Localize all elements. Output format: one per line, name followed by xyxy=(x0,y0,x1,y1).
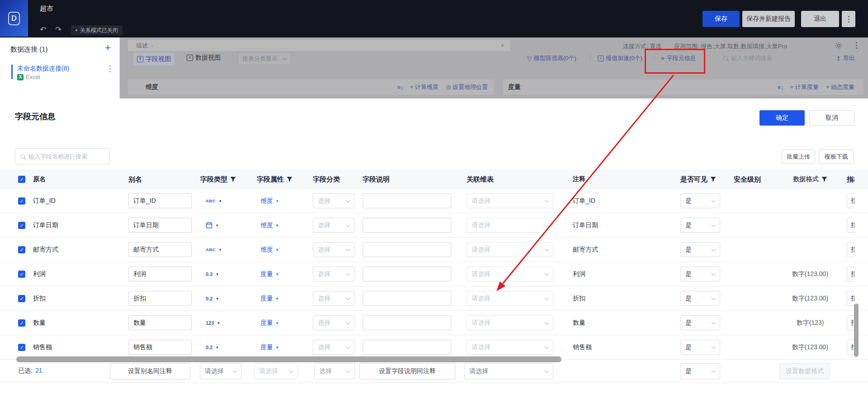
model-filter-button[interactable]: ▽ 模型筛选器(0个) xyxy=(527,54,576,62)
template-download-button[interactable]: 模板下载 xyxy=(819,150,854,164)
add-connection-button[interactable]: + xyxy=(105,42,111,54)
connection-menu-button[interactable] xyxy=(109,66,111,72)
alias-input[interactable] xyxy=(128,291,192,306)
alias-input[interactable] xyxy=(128,193,192,208)
visible-select[interactable]: 是 xyxy=(680,218,720,233)
field-attr-dropdown[interactable]: 维度▾ xyxy=(260,197,278,205)
dim-table-select[interactable]: 请选择 xyxy=(467,193,553,208)
sidebar-item-connection[interactable]: 未命名数据连接(8) xyxy=(17,65,69,73)
category-select[interactable]: 选择 xyxy=(313,193,354,208)
field-type-dropdown[interactable]: 0.2▾ xyxy=(206,345,218,350)
dim-table-select[interactable]: 请选择 xyxy=(467,267,553,281)
dim-table-select[interactable]: 请选择 xyxy=(467,315,553,330)
header-more-button[interactable] xyxy=(842,11,855,27)
dim-table-select[interactable]: 请选择 xyxy=(467,291,553,306)
field-desc-input[interactable] xyxy=(363,193,451,208)
redo-icon[interactable]: ↷ xyxy=(55,25,61,34)
keyword-search-input[interactable]: 输入关键词搜索 xyxy=(723,54,772,62)
cancel-button[interactable]: 取消 xyxy=(809,110,854,126)
save-button[interactable]: 保存 xyxy=(703,11,740,27)
sort-dimensions-icon[interactable]: ≡↓ xyxy=(397,84,404,91)
footer-attr-select[interactable]: 请选择 xyxy=(254,363,297,379)
set-desc-as-comment-button[interactable]: 设置字段说明同注释 xyxy=(359,363,455,379)
field-type-dropdown[interactable]: 0.2▾ xyxy=(206,296,218,301)
visible-select[interactable]: 是 xyxy=(680,242,720,257)
category-select[interactable]: 选择 xyxy=(313,242,354,257)
field-desc-input[interactable] xyxy=(363,267,451,281)
bulk-upload-button[interactable]: 批量上传 xyxy=(782,150,815,164)
field-attr-dropdown[interactable]: 度量▾ xyxy=(260,343,278,351)
indicator-box[interactable]: 指标 xyxy=(847,315,854,330)
footer-type-select[interactable]: 请选择 xyxy=(200,363,241,379)
dim-table-select[interactable]: 请选择 xyxy=(467,340,553,355)
collapse-caret-icon[interactable]: ▼ xyxy=(500,43,505,48)
field-attr-dropdown[interactable]: 度量▾ xyxy=(260,270,278,278)
set-data-format-button[interactable]: 设置数据格式 xyxy=(779,363,830,379)
field-type-dropdown[interactable]: ABC▾ xyxy=(206,198,222,203)
sort-measures-icon[interactable]: ≡↓ xyxy=(777,84,783,91)
filter-funnel-icon[interactable] xyxy=(821,177,827,182)
horizontal-scrollbar[interactable] xyxy=(16,356,561,362)
indicator-box[interactable]: 指标 xyxy=(847,291,854,306)
row-checkbox[interactable]: ✓ xyxy=(18,246,25,253)
indicator-box[interactable]: 指标 xyxy=(847,340,854,355)
tab-data-view[interactable]: ≡ 数据视图 xyxy=(187,54,221,62)
indicator-box[interactable]: 指标 xyxy=(847,218,854,233)
dim-table-select[interactable]: 请选择 xyxy=(467,242,553,257)
field-type-dropdown[interactable]: 123▾ xyxy=(206,320,220,326)
visible-select[interactable]: 是 xyxy=(680,340,720,355)
description-bar[interactable]: 描述: - ▼ xyxy=(128,40,510,51)
add-dynamic-measure-button[interactable]: + 动态度量 xyxy=(826,83,854,91)
category-select[interactable]: 选择 xyxy=(313,340,354,355)
footer-dim-table-select[interactable]: 请选择 xyxy=(464,363,553,379)
vertical-scrollbar[interactable] xyxy=(854,304,859,357)
indicator-box[interactable]: 指标 xyxy=(847,193,854,208)
field-attr-dropdown[interactable]: 维度▾ xyxy=(260,221,278,229)
field-meta-info-button[interactable]: ≡ 字段元信息 xyxy=(661,54,696,62)
group-by-table-select[interactable]: 按表分类显示 xyxy=(238,52,291,65)
category-select[interactable]: 选择 xyxy=(313,267,354,281)
alias-input[interactable] xyxy=(128,242,192,257)
alias-input[interactable] xyxy=(128,315,192,330)
indicator-box[interactable]: 指标 xyxy=(847,242,854,257)
exit-button[interactable]: 退出 xyxy=(801,11,839,27)
visible-select[interactable]: 是 xyxy=(680,193,720,208)
dim-value-accel-button[interactable]: ≡ 维值加速(0个) xyxy=(598,54,642,62)
field-search-input[interactable] xyxy=(28,153,101,160)
filter-funnel-icon[interactable] xyxy=(710,177,716,182)
save-and-new-report-button[interactable]: 保存并新建报告 xyxy=(742,11,795,27)
field-desc-input[interactable] xyxy=(363,315,451,330)
field-attr-dropdown[interactable]: 维度▾ xyxy=(260,246,278,254)
row-checkbox[interactable]: ✓ xyxy=(18,271,25,278)
alias-input[interactable] xyxy=(128,340,192,355)
row-checkbox[interactable]: ✓ xyxy=(18,344,25,351)
set-geo-button[interactable]: ◎ 设置地理位置 xyxy=(446,83,488,91)
field-type-dropdown[interactable]: 0.2▾ xyxy=(206,271,218,277)
alias-input[interactable] xyxy=(128,218,192,233)
field-type-dropdown[interactable]: ABC▾ xyxy=(206,247,222,252)
category-select[interactable]: 选择 xyxy=(313,291,354,306)
field-desc-input[interactable] xyxy=(363,291,451,306)
dim-table-select[interactable]: 请选择 xyxy=(467,218,553,233)
export-button[interactable]: ↥ 导出 xyxy=(836,54,855,62)
visible-select[interactable]: 是 xyxy=(680,267,720,281)
select-all-checkbox[interactable]: ✓ xyxy=(18,176,25,183)
indicator-box[interactable]: 指标 xyxy=(847,267,854,281)
footer-visible-select[interactable]: 是 xyxy=(680,363,720,379)
confirm-button[interactable]: 确定 xyxy=(760,110,805,126)
field-desc-input[interactable] xyxy=(363,242,451,257)
undo-icon[interactable]: ↶ xyxy=(40,25,46,34)
tab-field-view[interactable]: T 字段视图 xyxy=(133,53,175,66)
connection-bar-menu-icon[interactable] xyxy=(856,42,857,49)
field-attr-dropdown[interactable]: 度量▾ xyxy=(260,295,278,303)
row-checkbox[interactable]: ✓ xyxy=(18,319,25,327)
category-select[interactable]: 选择 xyxy=(313,315,354,330)
filter-funnel-icon[interactable] xyxy=(287,177,292,182)
visible-select[interactable]: 是 xyxy=(680,315,720,330)
gear-icon[interactable] xyxy=(835,42,842,49)
category-select[interactable]: 选择 xyxy=(313,218,354,233)
row-checkbox[interactable]: ✓ xyxy=(18,222,25,229)
field-desc-input[interactable] xyxy=(363,218,451,233)
alias-input[interactable] xyxy=(128,267,192,281)
add-calc-measure-button[interactable]: + 计算度量 xyxy=(790,83,819,91)
